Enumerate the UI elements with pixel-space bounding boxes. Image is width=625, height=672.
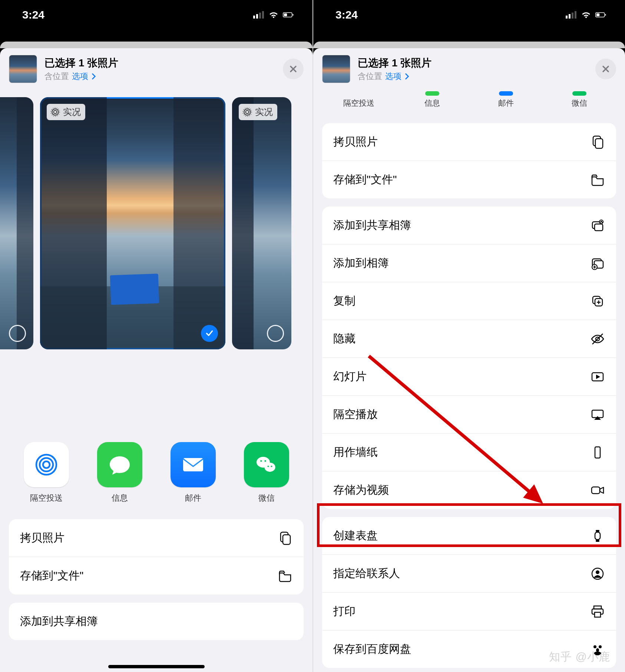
svg-rect-3 <box>262 11 264 19</box>
action-printer[interactable]: 打印 <box>322 592 616 630</box>
share-header: 已选择 1 张照片 含位置 选项 <box>313 48 625 90</box>
header-sub-prefix: 含位置 <box>358 71 382 82</box>
svg-rect-6 <box>292 14 293 16</box>
photo-card-prev[interactable] <box>0 97 33 349</box>
options-link[interactable]: 选项 <box>385 71 401 82</box>
action-airplay[interactable]: 隔空播放 <box>322 395 616 433</box>
svg-rect-16 <box>183 458 203 471</box>
header-title: 已选择 1 张照片 <box>44 56 275 70</box>
status-icons <box>253 11 294 19</box>
svg-rect-2 <box>259 13 261 19</box>
share-airdrop-label: 隔空投送 <box>15 493 78 504</box>
svg-point-22 <box>271 465 272 467</box>
action-phone-rect[interactable]: 用作墙纸 <box>322 433 616 471</box>
svg-rect-35 <box>595 224 603 231</box>
svg-point-13 <box>43 461 50 468</box>
share-other-app[interactable] <box>308 442 312 504</box>
home-indicator[interactable] <box>108 665 205 668</box>
share-wechat[interactable]: 微信 <box>543 91 616 108</box>
phone-rect-icon <box>590 445 605 460</box>
share-messages-label: 信息 <box>424 99 440 107</box>
action-duplicate[interactable]: 复制 <box>322 282 616 320</box>
share-messages[interactable]: 信息 <box>88 442 151 504</box>
share-app-row[interactable]: 隔空投送 信息 邮件 微信 <box>0 431 312 511</box>
svg-rect-51 <box>596 540 599 542</box>
live-icon <box>242 107 252 117</box>
action-label: 拷贝照片 <box>333 134 378 149</box>
action-album-add[interactable]: 添加到相簿 <box>322 244 616 282</box>
wifi-icon <box>268 11 279 19</box>
live-photo-badge: 实况 <box>47 104 85 120</box>
folder-icon <box>590 172 605 187</box>
action-label: 隔空播放 <box>333 407 378 422</box>
share-wechat-label: 微信 <box>235 493 298 504</box>
action-watch[interactable]: 创建表盘 <box>322 517 616 554</box>
svg-rect-0 <box>253 16 255 19</box>
action-label: 存储为视频 <box>333 482 389 498</box>
select-indicator[interactable] <box>267 325 284 342</box>
close-button[interactable] <box>595 59 616 79</box>
action-shared-album[interactable]: 添加到共享相簿 <box>322 207 616 244</box>
share-mail[interactable]: 邮件 <box>162 442 225 504</box>
action-label: 隐藏 <box>333 331 356 346</box>
folder-icon <box>278 569 292 583</box>
header-thumbnail <box>322 55 350 83</box>
share-wechat[interactable]: 微信 <box>235 442 298 504</box>
live-icon <box>50 107 60 117</box>
share-mail-label: 邮件 <box>498 99 514 107</box>
copy-icon <box>590 135 605 149</box>
share-messages[interactable]: 信息 <box>396 91 469 108</box>
photo-card-next[interactable]: 实况 <box>232 97 291 349</box>
close-button[interactable] <box>283 59 304 79</box>
video-icon <box>590 483 605 498</box>
options-link[interactable]: 选项 <box>72 71 88 82</box>
live-photo-badge: 实况 <box>239 104 277 120</box>
play-rect-icon <box>590 369 605 384</box>
duplicate-icon <box>590 294 605 309</box>
chevron-right-icon <box>404 73 410 80</box>
header-subtitle[interactable]: 含位置 选项 <box>358 71 588 82</box>
share-app-row-mini[interactable]: 隔空投送 信息 邮件 微信 <box>313 90 625 115</box>
action-save-to-files[interactable]: 存储到"文件" <box>9 557 304 594</box>
action-label: 存储到"文件" <box>333 172 397 187</box>
header-title: 已选择 1 张照片 <box>358 56 588 70</box>
svg-point-53 <box>596 570 599 574</box>
cellular-icon <box>566 11 577 19</box>
status-bar: 3:24 <box>313 0 625 30</box>
svg-rect-56 <box>595 612 601 617</box>
share-mail[interactable]: 邮件 <box>469 91 543 108</box>
action-person[interactable]: 指定给联系人 <box>322 554 616 592</box>
action-add-shared-album[interactable]: 添加到共享相簿 <box>9 603 304 640</box>
action-label: 复制 <box>333 293 356 309</box>
eye-slash-icon <box>590 332 605 346</box>
action-label: 添加到相簿 <box>333 256 389 271</box>
battery-icon <box>595 11 606 19</box>
svg-rect-24 <box>283 535 290 544</box>
action-play-rect[interactable]: 幻灯片 <box>322 358 616 395</box>
action-copy-photo[interactable]: 拷贝照片 <box>9 519 304 557</box>
action-label: 保存到百度网盘 <box>333 642 411 657</box>
action-eye-slash[interactable]: 隐藏 <box>322 320 616 358</box>
action-label: 添加到共享相簿 <box>333 218 411 233</box>
action-label: 打印 <box>333 604 356 619</box>
select-indicator[interactable] <box>9 325 26 342</box>
photo-card-selected[interactable]: 实况 <box>40 97 225 349</box>
album-add-icon <box>590 256 605 271</box>
select-indicator-checked[interactable] <box>201 325 218 342</box>
svg-point-19 <box>260 460 262 462</box>
action-label: 指定给联系人 <box>333 566 400 581</box>
live-badge-label: 实况 <box>255 106 273 118</box>
header-subtitle[interactable]: 含位置 选项 <box>44 71 275 82</box>
share-airdrop[interactable]: 隔空投送 <box>15 442 78 504</box>
action-group-3: 创建表盘指定给联系人打印保存到百度网盘 <box>322 517 616 668</box>
svg-rect-25 <box>566 16 568 19</box>
svg-point-14 <box>40 458 53 471</box>
action-video[interactable]: 存储为视频 <box>322 471 616 509</box>
svg-point-58 <box>599 645 602 648</box>
action-copy[interactable]: 拷贝照片 <box>322 123 616 161</box>
action-label: 添加到共享相簿 <box>20 614 98 629</box>
action-folder[interactable]: 存储到"文件" <box>322 161 616 198</box>
svg-point-11 <box>244 109 250 115</box>
photo-strip[interactable]: 实况 实况 <box>0 90 312 357</box>
share-airdrop[interactable]: 隔空投送 <box>322 91 396 108</box>
